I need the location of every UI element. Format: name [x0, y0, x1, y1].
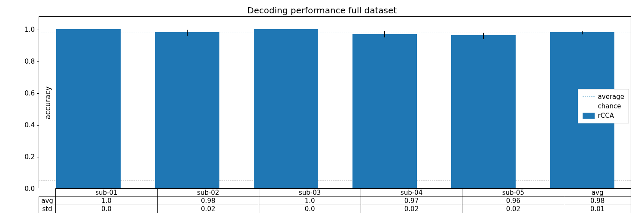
- table-cell: 0.01: [564, 205, 631, 213]
- legend-swatch-patch: [583, 113, 595, 119]
- y-tick-label: 1.0: [24, 26, 35, 34]
- bar: [451, 35, 516, 188]
- table-header-cell: sub-05: [462, 189, 564, 197]
- legend-item-average: average: [583, 92, 624, 101]
- plot-area: accuracy 0.00.20.40.60.81.0 average chan…: [39, 16, 631, 188]
- legend-label: average: [598, 93, 624, 101]
- y-tick-label: 0.4: [24, 121, 35, 129]
- bar: [155, 32, 219, 188]
- table-cell: 0.98: [564, 197, 631, 205]
- table-cell: 0.98: [157, 197, 259, 205]
- table-cell: 0.96: [462, 197, 564, 205]
- bar: [352, 34, 417, 188]
- table-cell: 1.0: [259, 197, 361, 205]
- table-cell: 0.02: [361, 205, 462, 213]
- table-row: sub-01sub-02sub-03sub-04sub-05avg: [39, 189, 631, 197]
- legend-swatch-line: [583, 96, 595, 97]
- bars-container: [39, 17, 631, 188]
- bar: [56, 29, 121, 188]
- table-cell: 0.02: [157, 205, 259, 213]
- legend-label: chance: [598, 102, 621, 110]
- table-header-cell: avg: [564, 189, 631, 197]
- bar: [254, 29, 318, 188]
- table-cell: 0.02: [462, 205, 564, 213]
- table-cell: 0.0: [259, 205, 361, 213]
- table-row: std0.00.020.00.020.020.01: [39, 205, 631, 213]
- y-tick-label: 0.2: [24, 153, 35, 161]
- table-row-header: avg: [39, 197, 56, 205]
- y-tick-label: 0.8: [24, 58, 35, 65]
- y-tick-label: 0.6: [24, 89, 35, 97]
- table-row-header: std: [39, 205, 56, 213]
- table-header-cell: sub-02: [157, 189, 259, 197]
- table-header-cell: sub-04: [361, 189, 462, 197]
- table-header-cell: sub-03: [259, 189, 361, 197]
- y-tick-label: 0.0: [24, 185, 35, 193]
- error-bar: [384, 31, 385, 37]
- table-cell: 1.0: [56, 197, 158, 205]
- error-bar: [483, 33, 484, 39]
- legend-item-chance: chance: [583, 101, 624, 111]
- legend-label: rCCA: [598, 112, 614, 120]
- table-header-cell: sub-01: [56, 189, 158, 197]
- legend-item-rcca: rCCA: [583, 111, 624, 120]
- table-cell: 0.0: [56, 205, 158, 213]
- chart-title: Decoding performance full dataset: [0, 5, 644, 15]
- table-row: avg1.00.981.00.970.960.98: [39, 197, 631, 205]
- table-cell: 0.97: [361, 197, 462, 205]
- error-bar: [582, 31, 583, 34]
- table-corner: [39, 189, 56, 197]
- error-bar: [187, 30, 188, 36]
- data-table: sub-01sub-02sub-03sub-04sub-05avgavg1.00…: [39, 188, 631, 213]
- figure: Decoding performance full dataset accura…: [0, 0, 644, 215]
- legend-swatch-line: [583, 106, 595, 106]
- legend: average chance rCCA: [578, 89, 629, 123]
